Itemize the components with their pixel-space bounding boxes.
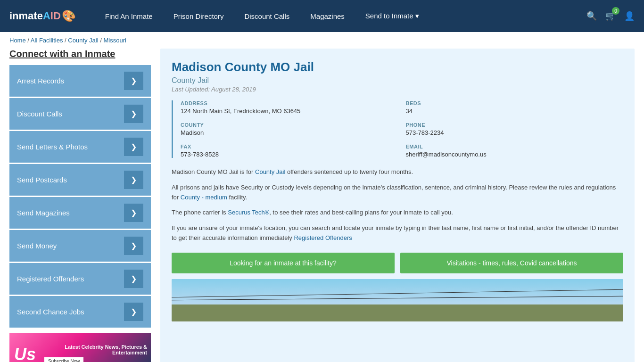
sidebar-item-send-letters[interactable]: Send Letters & Photos ❯ xyxy=(9,131,151,163)
facility-updated: Last Updated: August 28, 2019 xyxy=(172,86,623,93)
phone-value: 573-783-2234 xyxy=(406,129,624,136)
arrow-icon: ❯ xyxy=(124,105,143,123)
county-value: Madison xyxy=(181,129,398,136)
email-value: sheriff@madisoncountymo.us xyxy=(406,151,624,158)
phone-block: PHONE 573-783-2234 xyxy=(406,122,624,136)
nav-prison-directory[interactable]: Prison Directory xyxy=(163,0,234,32)
beds-value: 34 xyxy=(406,107,624,115)
facility-title: Madison County MO Jail xyxy=(172,60,623,74)
breadcrumb-home[interactable]: Home xyxy=(9,37,26,44)
county-label: COUNTY xyxy=(181,122,398,128)
fax-label: FAX xyxy=(181,144,398,149)
nav-find-inmate[interactable]: Find An Inmate xyxy=(95,0,163,32)
header-icons: 🔍 🛒 0 👤 xyxy=(586,11,635,21)
address-label: ADDRESS xyxy=(181,100,398,106)
facility-photo xyxy=(172,279,623,321)
arrow-icon: ❯ xyxy=(124,270,143,288)
arrow-icon: ❯ xyxy=(124,171,143,189)
desc-4: If you are unsure of your inmate's locat… xyxy=(172,223,623,243)
header: inmate A ID 🎨 Find An Inmate Prison Dire… xyxy=(0,0,644,32)
advertisement: Us Latest Celebrity News, Pictures & Ent… xyxy=(9,333,151,362)
find-inmate-button[interactable]: Looking for an inmate at this facility? xyxy=(172,253,395,273)
breadcrumb-all-facilities[interactable]: All Facilities xyxy=(31,37,63,44)
county-jail-link[interactable]: County Jail xyxy=(255,168,285,175)
arrow-icon: ❯ xyxy=(124,204,143,222)
sidebar: Connect with an Inmate Arrest Records ❯ … xyxy=(9,49,151,362)
securus-link[interactable]: Securus Tech® xyxy=(228,209,269,216)
county-medium-link[interactable]: County - medium xyxy=(181,194,227,201)
sidebar-item-second-chance-jobs[interactable]: Second Chance Jobs ❯ xyxy=(9,296,151,328)
sidebar-item-arrest-records[interactable]: Arrest Records ❯ xyxy=(9,65,151,97)
nav-discount-calls[interactable]: Discount Calls xyxy=(234,0,300,32)
phone-label: PHONE xyxy=(406,122,624,128)
arrow-icon: ❯ xyxy=(124,237,143,255)
arrow-icon: ❯ xyxy=(124,72,143,90)
ad-text: Latest Celebrity News, Pictures & Entert… xyxy=(41,340,151,362)
beds-block: BEDS 34 xyxy=(406,100,624,115)
fax-block: FAX 573-783-8528 xyxy=(181,144,398,158)
desc-2: All prisons and jails have Security or C… xyxy=(172,183,623,203)
main-content: Connect with an Inmate Arrest Records ❯ … xyxy=(0,49,644,362)
arrow-icon: ❯ xyxy=(124,138,143,156)
address-block: ADDRESS 124 North Main St, Fredricktown,… xyxy=(181,100,398,115)
ad-logo: Us xyxy=(9,340,41,362)
logo[interactable]: inmate A ID 🎨 xyxy=(9,9,76,23)
cart-badge: 0 xyxy=(612,7,619,15)
facility-content: Madison County MO Jail County Jail Last … xyxy=(160,49,635,362)
user-icon[interactable]: 👤 xyxy=(624,11,635,21)
email-label: EMAIL xyxy=(406,144,624,149)
facility-subtitle: County Jail xyxy=(172,76,623,85)
breadcrumb-county-jail[interactable]: County Jail xyxy=(68,37,98,44)
sidebar-item-send-postcards[interactable]: Send Postcards ❯ xyxy=(9,164,151,196)
email-block: EMAIL sheriff@madisoncountymo.us xyxy=(406,144,624,158)
sidebar-item-send-magazines[interactable]: Send Magazines ❯ xyxy=(9,197,151,229)
breadcrumb-state[interactable]: Missouri xyxy=(103,37,126,44)
main-nav: Find An Inmate Prison Directory Discount… xyxy=(95,0,586,32)
sidebar-title: Connect with an Inmate xyxy=(9,49,151,59)
sidebar-item-discount-calls[interactable]: Discount Calls ❯ xyxy=(9,98,151,130)
nav-send-to-inmate[interactable]: Send to Inmate ▾ xyxy=(355,0,429,32)
sidebar-menu: Arrest Records ❯ Discount Calls ❯ Send L… xyxy=(9,65,151,328)
breadcrumb: Home / All Facilities / County Jail / Mi… xyxy=(0,32,644,49)
beds-label: BEDS xyxy=(406,100,624,106)
desc-3: The phone carrier is Securus Tech®, to s… xyxy=(172,208,623,218)
cart-icon[interactable]: 🛒 0 xyxy=(605,11,616,21)
search-icon[interactable]: 🔍 xyxy=(586,11,597,21)
county-block: COUNTY Madison xyxy=(181,122,398,136)
facility-info-grid: ADDRESS 124 North Main St, Fredricktown,… xyxy=(172,100,623,158)
fax-value: 573-783-8528 xyxy=(181,151,398,158)
ad-subscribe-button[interactable]: Subscribe Now xyxy=(44,357,83,362)
address-value: 124 North Main St, Fredricktown, MO 6364… xyxy=(181,107,398,115)
visitations-button[interactable]: Visitations - times, rules, Covid cancel… xyxy=(400,253,623,273)
sidebar-item-registered-offenders[interactable]: Registered Offenders ❯ xyxy=(9,263,151,295)
sidebar-item-send-money[interactable]: Send Money ❯ xyxy=(9,230,151,262)
desc-1: Madison County MO Jail is for County Jai… xyxy=(172,167,623,177)
arrow-icon: ❯ xyxy=(124,303,143,321)
action-buttons: Looking for an inmate at this facility? … xyxy=(172,253,623,273)
facility-description: Madison County MO Jail is for County Jai… xyxy=(172,167,623,243)
nav-magazines[interactable]: Magazines xyxy=(300,0,355,32)
registered-offenders-link[interactable]: Registered Offenders xyxy=(294,234,352,241)
